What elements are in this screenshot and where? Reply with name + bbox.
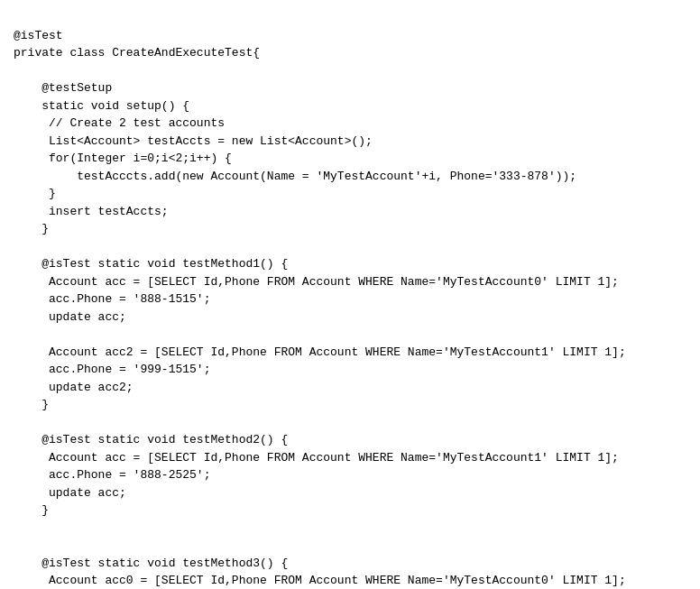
code-line: Account acc = [SELECT Id,Phone FROM Acco… bbox=[14, 273, 686, 291]
code-line bbox=[14, 537, 686, 555]
code-line: @isTest bbox=[14, 27, 686, 45]
code-line: update acc; bbox=[14, 308, 686, 327]
code-line bbox=[14, 62, 686, 80]
code-line: acc.Phone = '999-1515'; bbox=[14, 361, 686, 379]
code-line: Account acc = [SELECT Id,Phone FROM Acco… bbox=[14, 449, 686, 467]
code-line: private class CreateAndExecuteTest{ bbox=[14, 44, 686, 62]
code-line: update acc2; bbox=[14, 379, 686, 397]
code-editor: @isTestprivate class CreateAndExecuteTes… bbox=[14, 9, 686, 589]
code-line bbox=[14, 238, 686, 256]
code-line: Account acc2 = [SELECT Id,Phone FROM Acc… bbox=[14, 344, 686, 362]
code-line: for(Integer i=0;i<2;i++) { bbox=[14, 150, 686, 168]
code-line: } bbox=[14, 220, 686, 238]
code-line: @isTest static void testMethod3() { bbox=[14, 555, 686, 573]
code-line: @testSetup bbox=[14, 79, 686, 97]
code-line: static void setup() { bbox=[14, 97, 686, 115]
code-line bbox=[14, 326, 686, 344]
code-line: List<Account> testAccts = new List<Accou… bbox=[14, 133, 686, 151]
code-line bbox=[14, 520, 686, 538]
code-line: @isTest static void testMethod1() { bbox=[14, 255, 686, 273]
code-line: acc.Phone = '888-2525'; bbox=[14, 466, 686, 484]
code-line: acc.Phone = '888-1515'; bbox=[14, 290, 686, 308]
code-line: } bbox=[14, 502, 686, 520]
code-line: } bbox=[14, 396, 686, 414]
code-line bbox=[14, 414, 686, 432]
code-line: // Create 2 test accounts bbox=[14, 115, 686, 133]
code-line: update acc; bbox=[14, 484, 686, 502]
code-line: Account acc0 = [SELECT Id,Phone FROM Acc… bbox=[14, 572, 686, 589]
code-line: testAcccts.add(new Account(Name = 'MyTes… bbox=[14, 168, 686, 186]
code-line: @isTest static void testMethod2() { bbox=[14, 431, 686, 449]
code-line: } bbox=[14, 185, 686, 203]
code-line: insert testAccts; bbox=[14, 203, 686, 221]
